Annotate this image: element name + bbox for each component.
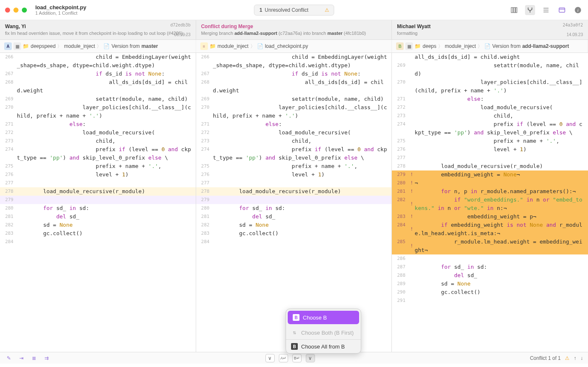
code-line[interactable]: 280 for sd_ in sd: [196, 204, 392, 212]
code-line[interactable]: 291 [392, 296, 588, 305]
code-line[interactable]: 267 if ds_id is not None: [0, 70, 196, 78]
code-line[interactable]: 271 else: [0, 120, 196, 128]
info-icon[interactable]: i [573, 5, 583, 15]
code-line[interactable]: 284! if embedding_weight is not None and… [392, 221, 588, 238]
code-line[interactable]: 289 sd = None [392, 280, 588, 288]
code-line[interactable]: 274 prefix if (level == 0 and ckpt_type … [196, 145, 392, 162]
line-number: 278 [196, 187, 213, 196]
prev-button[interactable]: ∨ [265, 354, 275, 362]
code-line[interactable]: 282 sd = None [0, 221, 196, 229]
code-line[interactable]: 283 gc.collect() [0, 229, 196, 238]
code-line[interactable]: 283 gc.collect() [196, 229, 392, 238]
code-line[interactable]: 271 else: [196, 120, 392, 128]
code-line[interactable]: 281! for n, p in r_module.named_paramete… [392, 187, 588, 196]
code-line[interactable]: 272 load_module_recursive( [196, 128, 392, 137]
code-line[interactable]: 270 layer_policies[child.__class__](chil… [0, 103, 196, 120]
code-line[interactable]: 278 load_module_recursive(r_module) [196, 187, 392, 196]
code-text [17, 238, 196, 246]
choose-all-b-button[interactable]: B Choose All from B [286, 339, 361, 353]
edit-icon[interactable]: ✎ [5, 354, 13, 362]
code-line[interactable]: 280!¬ [392, 179, 588, 187]
minimize-window-button[interactable] [13, 8, 18, 13]
code-line[interactable]: 269 setattr(module, name, child) [0, 95, 196, 103]
code-line[interactable]: 275 prefix + name + '.', [196, 162, 392, 170]
file-icon: 📄 [484, 43, 491, 49]
code-line[interactable]: 266 child = EmbeddingLayer(weight_shape=… [0, 53, 196, 70]
file-title-block: load_checkpoint.py 1 Addition, 1 Conflic… [35, 4, 86, 16]
code-line[interactable]: 271 else: [392, 95, 588, 103]
code-line[interactable]: 282! if "word_embeddings." in n or "embe… [392, 196, 588, 212]
code-line[interactable]: 279 [196, 196, 392, 204]
code-line[interactable]: 277 [392, 154, 588, 162]
code-line[interactable]: 285! r_module.lm_head.weight = embedding… [392, 238, 588, 254]
choose-both-button[interactable]: ⇅ Choose Both (B First) [286, 326, 361, 339]
close-window-button[interactable] [5, 8, 10, 13]
code-line[interactable]: 283! embedding_weight = p¬ [392, 212, 588, 221]
code-line[interactable]: 290 gc.collect() [392, 288, 588, 296]
code-line[interactable]: 272 load_module_recursive( [392, 103, 588, 112]
code-line[interactable]: 268 all_ds_ids[ds_id] = child.weight [0, 78, 196, 95]
code-line[interactable]: 277 [196, 179, 392, 187]
code-line[interactable]: 277 [0, 179, 196, 187]
code-line[interactable]: 279! embedding_weight = None¬ [392, 170, 588, 179]
apply-a-button[interactable]: A↵ [279, 354, 288, 362]
code-line[interactable]: 282 sd = None [196, 221, 392, 229]
view-merge-icon[interactable] [525, 5, 535, 15]
breadcrumb-right[interactable]: B ▦ 📁 deeps 〉 module_inject 〉 📄 Version … [392, 40, 588, 52]
code-line[interactable]: 276 level + 1) [196, 170, 392, 179]
pane-version-b[interactable]: all_ds_ids[ds_id] = child.weight269 seta… [392, 53, 588, 352]
apply-b-button[interactable]: B↵ [292, 354, 302, 362]
unresolved-conflict-badge[interactable]: 1 Unresolved Conflict ⚠ [254, 5, 334, 16]
pane-merged[interactable]: 266 child = EmbeddingLayer(weight_shape=… [196, 53, 392, 352]
code-line[interactable]: 284 [196, 238, 392, 246]
code-text: load_module_recursive(r_module) [213, 187, 392, 196]
choose-b-button[interactable]: B Choose B [288, 311, 359, 324]
code-line[interactable]: 284 [0, 238, 196, 246]
breadcrumb-center[interactable]: ≡ 📁 module_inject 〉 📄 load_checkpoint.py [196, 40, 392, 52]
nav-down-icon[interactable]: ↓ [580, 355, 583, 361]
code-line[interactable]: 275 prefix + name + '.', [0, 162, 196, 170]
code-line[interactable]: 276 level + 1) [0, 170, 196, 179]
view-list-icon[interactable] [541, 5, 551, 15]
code-line[interactable]: 269 setattr(module, name, child) [196, 95, 392, 103]
code-line[interactable]: 287 for sd_ in sd: [392, 263, 588, 271]
commit-right: Michael Wyatt formatting 24a3a0f2 14.09.… [392, 20, 588, 39]
maximize-window-button[interactable] [22, 8, 27, 13]
code-line[interactable]: 281 del sd_ [196, 212, 392, 221]
step-icon[interactable]: ⇉ [43, 354, 50, 362]
line-number: 278 [0, 187, 17, 196]
code-line[interactable]: 267 if ds_id is not None: [196, 70, 392, 78]
code-line[interactable]: 273 child, [196, 137, 392, 145]
code-line[interactable]: 278 load_module_recursive(r_module) [0, 187, 196, 196]
code-line[interactable]: 276 level + 1) [392, 145, 588, 154]
line-number: 287 [392, 263, 409, 271]
breadcrumb-left[interactable]: A ▦ 📁 deepspeed 〉 module_inject 〉 📄 Vers… [0, 40, 196, 52]
code-line[interactable]: 279 [0, 196, 196, 204]
code-line[interactable]: 272 load_module_recursive( [0, 128, 196, 137]
code-line[interactable]: 268 all_ds_ids[ds_id] = child.weight [196, 78, 392, 95]
list-format-icon[interactable]: ≣ [30, 354, 38, 362]
code-line[interactable]: all_ds_ids[ds_id] = child.weight [392, 53, 588, 61]
next-button[interactable]: ∨ [306, 354, 315, 362]
code-line[interactable]: 280 for sd_ in sd: [0, 204, 196, 212]
code-line[interactable]: 286 [392, 254, 588, 263]
code-line[interactable]: 274 prefix if (level == 0 and ckpt_type … [0, 145, 196, 162]
view-columns-icon[interactable] [509, 5, 519, 15]
code-line[interactable]: 274 prefix if (level == 0 and ckpt_type … [392, 120, 588, 137]
code-line[interactable]: 266 child = EmbeddingLayer(weight_shape=… [196, 53, 392, 70]
code-line[interactable]: 281 del sd_ [0, 212, 196, 221]
code-line[interactable]: 270 layer_policies[child.__class__](chil… [392, 78, 588, 95]
indent-icon[interactable]: ⇥ [18, 354, 25, 362]
code-line[interactable]: 273 child, [392, 112, 588, 120]
line-number: 282 [392, 196, 409, 212]
line-number: 278 [392, 162, 409, 170]
pane-version-a[interactable]: 266 child = EmbeddingLayer(weight_shape=… [0, 53, 196, 352]
sidebar-toggle-icon[interactable] [557, 5, 567, 15]
code-line[interactable]: 288 del sd_ [392, 271, 588, 280]
code-line[interactable]: 269 setattr(module, name, child) [392, 61, 588, 78]
code-line[interactable]: 270 layer_policies[child.__class__](chil… [196, 103, 392, 120]
code-line[interactable]: 273 child, [0, 137, 196, 145]
code-line[interactable]: 278 load_module_recursive(r_module) [392, 162, 588, 170]
code-line[interactable]: 275 prefix + name + '.', [392, 137, 588, 145]
nav-up-icon[interactable]: ↑ [574, 355, 576, 361]
